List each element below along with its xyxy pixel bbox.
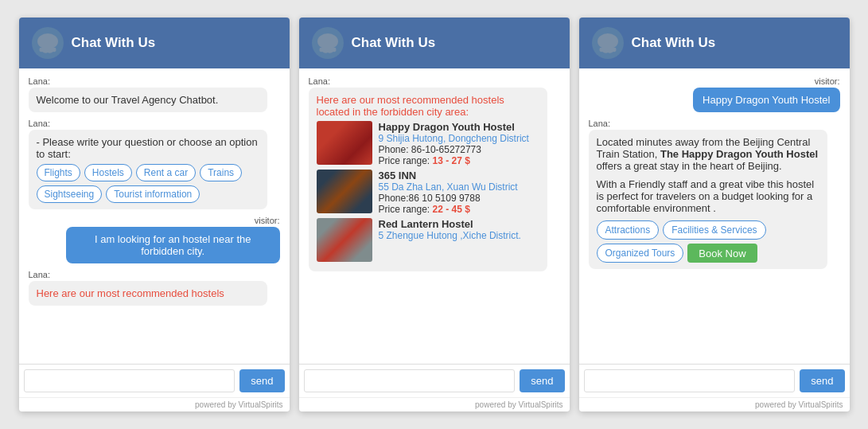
description-bubble: Located minutes away from the Beijing Ce… — [589, 130, 827, 269]
hostel-address-1: 9 Shijia Hutong, Dongcheng District — [379, 133, 539, 144]
facilities-services-button[interactable]: Facilities & Services — [663, 220, 765, 240]
chat-header-title-2: Chat With Us — [352, 35, 436, 51]
partial-text: Here are our most recommended hostels — [37, 287, 224, 299]
powered-by-2: powered by VirtualSpirits — [299, 397, 570, 411]
hostel-info-1: Happy Dragon Youth Hostel 9 Shijia Huton… — [379, 121, 539, 166]
chat-input-area-3: send — [579, 364, 850, 397]
chat-widget-1: Chat With Us Lana: Welcome to our Travel… — [19, 18, 290, 411]
chat-avatar-2 — [312, 27, 344, 59]
hostel-price-1: Price range: 13 - 27 $ — [379, 155, 539, 166]
hostel-card-2: 365 INN 55 Da Zha Lan, Xuan Wu District … — [317, 170, 539, 215]
hostel-address-2: 55 Da Zha Lan, Xuan Wu District — [379, 181, 539, 193]
send-button-3[interactable]: send — [800, 369, 844, 392]
hostel-name-1: Happy Dragon Youth Hostel — [379, 121, 539, 133]
prompt-text: - Please write your question or choose a… — [37, 136, 258, 160]
lana-label-p2: Lana: — [309, 76, 560, 86]
svg-point-0 — [37, 33, 58, 49]
hostels-button[interactable]: Hostels — [84, 164, 132, 181]
visitor-msg-group-3: visitor: Happy Dragon Youth Hostel — [589, 76, 840, 112]
chat-header-2: Chat With Us — [299, 18, 570, 68]
chat-header-3: Chat With Us — [579, 18, 850, 68]
lana-label-p3: Lana: — [589, 119, 840, 128]
hostel-card-3: Red Lantern Hostel 5 Zhengue Hutong ,Xic… — [317, 218, 539, 262]
chat-avatar-1 — [32, 27, 64, 59]
hostel-name-3: Red Lantern Hostel — [379, 218, 539, 230]
hostel-img-2 — [317, 170, 372, 213]
lana-hostels-group: Lana: Here are our most recommended host… — [309, 76, 560, 271]
intro-text: Here are our most recommended hostels lo… — [317, 94, 504, 118]
visitor-bubble-3: Happy Dragon Youth Hostel — [693, 88, 839, 112]
hostel-info-2: 365 INN 55 Da Zha Lan, Xuan Wu District … — [379, 170, 539, 215]
visitor-label-3: visitor: — [815, 76, 840, 86]
chat-messages-1: Lana: Welcome to our Travel Agency Chatb… — [19, 68, 290, 364]
lana-welcome-group: Lana: Welcome to our Travel Agency Chatb… — [29, 76, 280, 112]
hostel-phone-2: Phone:86 10 5109 9788 — [379, 193, 539, 204]
hostel-info-3: Red Lantern Hostel 5 Zhengue Hutong ,Xic… — [379, 218, 539, 241]
lana-description-group: Lana: Located minutes away from the Beij… — [589, 119, 840, 269]
chat-messages-3: visitor: Happy Dragon Youth Hostel Lana:… — [579, 68, 850, 364]
chat-header-title-1: Chat With Us — [72, 35, 156, 51]
hostel-phone-1: Phone: 86-10-65272773 — [379, 144, 539, 155]
hostel-img-3 — [317, 218, 372, 262]
chat-input-1[interactable] — [24, 369, 235, 392]
tourist-info-button[interactable]: Tourist information — [106, 185, 200, 203]
visitor-label-1: visitor: — [255, 216, 280, 225]
trains-button[interactable]: Trains — [200, 164, 242, 181]
chat-input-area-1: send — [19, 364, 290, 397]
svg-point-2 — [597, 33, 618, 49]
option-buttons: Flights Hostels Rent a car Trains Sights… — [37, 164, 259, 203]
chat-input-3[interactable] — [584, 369, 796, 392]
hostel-address-3: 5 Zhengue Hutong ,Xiche District. — [379, 230, 539, 241]
chat-header-1: Chat With Us — [19, 18, 290, 68]
attractions-button[interactable]: Attractions — [597, 220, 660, 240]
lana-options-group: Lana: - Please write your question or ch… — [29, 119, 280, 209]
chat-header-title-3: Chat With Us — [632, 35, 716, 51]
description-p2: With a Friendly staff and a great vibe t… — [597, 178, 819, 214]
hostel-price-2: Price range: 22 - 45 $ — [379, 204, 539, 215]
welcome-bubble: Welcome to our Travel Agency Chatbot. — [29, 88, 267, 112]
flights-button[interactable]: Flights — [37, 164, 80, 181]
lana-label-1: Lana: — [29, 76, 280, 86]
chat-avatar-3 — [592, 27, 624, 59]
rent-a-car-button[interactable]: Rent a car — [136, 164, 196, 181]
visitor-bubble-1: I am looking for an hostel near the forb… — [66, 227, 280, 263]
hostel-name-2: 365 INN — [379, 170, 539, 181]
send-button-1[interactable]: send — [239, 369, 284, 392]
lana-label-3: Lana: — [29, 270, 280, 279]
chat-messages-2: Lana: Here are our most recommended host… — [299, 68, 570, 364]
hostels-bubble: Here are our most recommended hostels lo… — [309, 88, 547, 271]
organized-tours-button[interactable]: Organized Tours — [597, 244, 684, 263]
chat-container: Chat With Us Lana: Welcome to our Travel… — [3, 2, 866, 427]
partial-bubble: Here are our most recommended hostels — [29, 281, 267, 306]
powered-by-3: powered by VirtualSpirits — [579, 397, 850, 411]
lana-label-2: Lana: — [29, 119, 280, 128]
chat-widget-2: Chat With Us Lana: Here are our most rec… — [299, 18, 570, 411]
sightseeing-button[interactable]: Sightseeing — [37, 185, 103, 203]
lana-partial-group: Lana: Here are our most recommended host… — [29, 270, 280, 306]
action-buttons: Attractions Facilities & Services Organi… — [597, 220, 819, 263]
chat-input-2[interactable] — [304, 369, 516, 392]
book-now-button[interactable]: Book Now — [687, 244, 757, 263]
hostel-img-1 — [317, 121, 372, 165]
chat-input-area-2: send — [299, 364, 570, 397]
hostel-card-1: Happy Dragon Youth Hostel 9 Shijia Huton… — [317, 121, 539, 166]
visitor-msg-group: visitor: I am looking for an hostel near… — [29, 216, 280, 263]
send-button-2[interactable]: send — [520, 369, 564, 392]
chat-widget-3: Chat With Us visitor: Happy Dragon Youth… — [579, 18, 850, 411]
svg-point-1 — [317, 33, 338, 49]
description-p1: Located minutes away from the Beijing Ce… — [597, 136, 819, 172]
options-bubble: - Please write your question or choose a… — [29, 130, 267, 209]
powered-by-1: powered by VirtualSpirits — [19, 397, 290, 411]
